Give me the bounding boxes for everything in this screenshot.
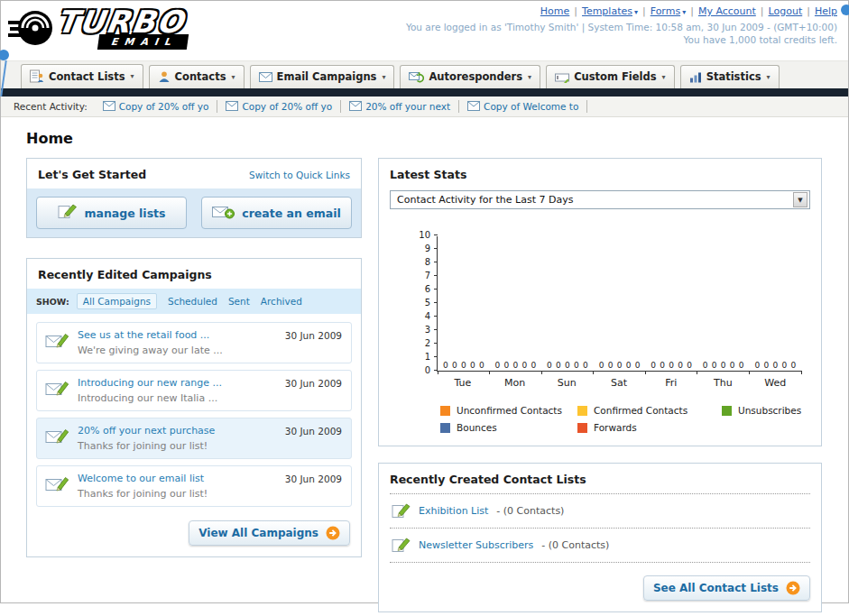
autoresponders-icon (409, 71, 424, 83)
chevron-down-icon: ▾ (528, 73, 531, 81)
view-all-campaigns-button[interactable]: View All Campaigns (189, 520, 350, 546)
chart-series-cell: 0 (556, 361, 561, 371)
left-column: Let's Get Started Switch to Quick Links … (26, 158, 362, 557)
recent-activity-item[interactable]: Copy of 20% off yo (95, 100, 218, 113)
campaign-list-item[interactable]: Welcome to our email listThanks for join… (36, 465, 352, 507)
bar-value-label: 0 (470, 361, 475, 370)
contact-list-item[interactable]: Newsletter Subscribers- (0 Contacts) (390, 529, 810, 563)
latest-stats-panel: Latest Stats Contact Activity for the La… (378, 158, 822, 446)
y-axis-tick (434, 316, 438, 317)
campaign-title-link[interactable]: Welcome to our email list (78, 473, 208, 484)
logo-email-text: EMAIL (97, 34, 189, 50)
campaign-list-item[interactable]: Introducing our new range ...Introducing… (36, 370, 352, 411)
top-link-templates[interactable]: Templates▾ (582, 5, 638, 17)
x-axis-label: Fri (645, 377, 697, 389)
tab-contact-lists[interactable]: Contact Lists▾ (21, 64, 143, 88)
filter-archived[interactable]: Archived (261, 296, 302, 307)
campaign-item-body: Welcome to our email listThanks for join… (78, 473, 208, 500)
create-email-button[interactable]: create an email (201, 197, 352, 229)
legend-item-bounces: Bounces (440, 422, 577, 433)
recent-activity-label: Recent Activity: (14, 101, 88, 112)
recent-activity-item[interactable]: Copy of Welcome to (459, 100, 587, 113)
switch-quick-links-link[interactable]: Switch to Quick Links (249, 170, 350, 180)
tab-autoresponders[interactable]: Autoresponders▾ (400, 65, 540, 88)
chart-series-cell: 0 (739, 361, 744, 371)
tab-label: Statistics (706, 70, 761, 83)
chart-series-cell: 0 (660, 361, 665, 371)
top-link-home[interactable]: Home (540, 5, 569, 17)
chart-category-group: 00000 (645, 236, 697, 371)
top-link-help[interactable]: Help (815, 5, 837, 17)
turbo-email-logo[interactable]: TURBO EMAIL (8, 5, 188, 51)
filter-scheduled[interactable]: Scheduled (168, 296, 217, 307)
envelope-icon (467, 101, 480, 113)
x-axis-label: Sun (540, 377, 593, 389)
stats-range-dropdown[interactable]: Contact Activity for the Last 7 Days ▼ (390, 190, 810, 209)
top-link-logout[interactable]: Logout (769, 5, 803, 17)
nav-separator: | (756, 5, 769, 17)
tab-contacts[interactable]: Contacts▾ (149, 65, 245, 88)
chart-series-cell: 0 (651, 361, 656, 371)
contact-list-item[interactable]: Exhibition List- (0 Contacts) (390, 494, 810, 529)
envelope-icon (349, 101, 362, 113)
recent-activity-item[interactable]: Copy of 20% off yo (217, 100, 341, 113)
recent-activity-item[interactable]: 20% off your next (341, 100, 459, 113)
pencil-icon (392, 503, 411, 519)
chart-series-cell: 0 (790, 361, 796, 371)
campaign-title-link[interactable]: 20% off your next purchase (78, 425, 215, 437)
credits-info: You have 1,000 total credits left. (406, 33, 837, 46)
campaign-subtitle: Introducing our new Italia ... (78, 392, 222, 404)
logo-text: TURBO EMAIL (57, 7, 188, 50)
chart-series-cell: 0 (461, 361, 466, 371)
manage-lists-button[interactable]: manage lists (36, 197, 187, 229)
contact-list-link[interactable]: Newsletter Subscribers (419, 539, 533, 551)
y-axis-label: 6 (414, 284, 430, 294)
bar-value-label: 0 (556, 361, 561, 370)
envelope-pencil-icon (45, 331, 69, 356)
campaign-list-item[interactable]: 20% off your next purchaseThanks for joi… (36, 418, 352, 459)
tab-custom-fields[interactable]: Custom Fields▾ (546, 65, 675, 88)
contact-list-detail: - (0 Contacts) (496, 505, 564, 517)
campaign-title-link[interactable]: Introducing our new range ... (78, 377, 222, 389)
x-axis-tick (438, 371, 438, 374)
recent-activity-bar: Recent Activity: Copy of 20% off yoCopy … (1, 97, 848, 117)
legend-swatch (440, 423, 450, 433)
contact-lists-header: Recently Created Contact Lists (379, 464, 821, 493)
pencil-icon (58, 204, 78, 222)
tab-statistics[interactable]: Statistics▾ (680, 65, 780, 88)
bar-value-label: 0 (660, 361, 665, 370)
campaign-list-item[interactable]: See us at the retail food ...We're givin… (36, 322, 352, 363)
campaign-list: See us at the retail food ...We're givin… (27, 314, 361, 515)
chart-series-cell: 0 (470, 361, 475, 371)
top-link-my-account[interactable]: My Account (698, 5, 756, 17)
contact-activity-chart: 0123456789100000000000000000000000000000… (379, 236, 803, 389)
envelope-pencil-icon (45, 379, 69, 404)
app-window: TURBO EMAIL Home|Templates▾|Forms▾|My Ac… (0, 0, 849, 603)
bar-value-label: 0 (574, 361, 579, 370)
campaign-date: 30 Jun 2009 (285, 330, 342, 341)
bar-value-label: 0 (443, 361, 448, 370)
y-axis-label: 5 (414, 298, 430, 308)
legend-label: Unsubscribes (738, 405, 801, 416)
contact-list-link[interactable]: Exhibition List (419, 505, 488, 517)
y-axis-label: 7 (414, 271, 430, 280)
envelope-plus-icon (212, 204, 235, 222)
contact-lists-title: Recently Created Contact Lists (390, 473, 586, 486)
tab-label: Contact Lists (49, 70, 125, 83)
recent-activity-item-label: Copy of Welcome to (484, 101, 578, 112)
chart-series-cell: 0 (712, 361, 717, 371)
campaign-title-link[interactable]: See us at the retail food ... (78, 329, 223, 341)
legend-swatch (440, 406, 450, 416)
see-all-contact-lists-button[interactable]: See All Contact Lists (643, 575, 810, 601)
tab-label: Email Campaigns (277, 70, 377, 83)
chart-series-cell: 0 (687, 361, 692, 371)
tab-email-campaigns[interactable]: Email Campaigns▾ (250, 65, 395, 88)
filter-sent[interactable]: Sent (228, 296, 250, 307)
chevron-down-icon: ▼ (793, 192, 807, 207)
chart-series-cell: 0 (494, 361, 500, 371)
get-started-header: Let's Get Started Switch to Quick Links (27, 159, 361, 188)
top-link-forms[interactable]: Forms▾ (651, 5, 686, 17)
filter-all-campaigns[interactable]: All Campaigns (77, 293, 157, 309)
chart-series-cell: 0 (599, 361, 604, 371)
chart-series-cell: 0 (721, 361, 726, 371)
